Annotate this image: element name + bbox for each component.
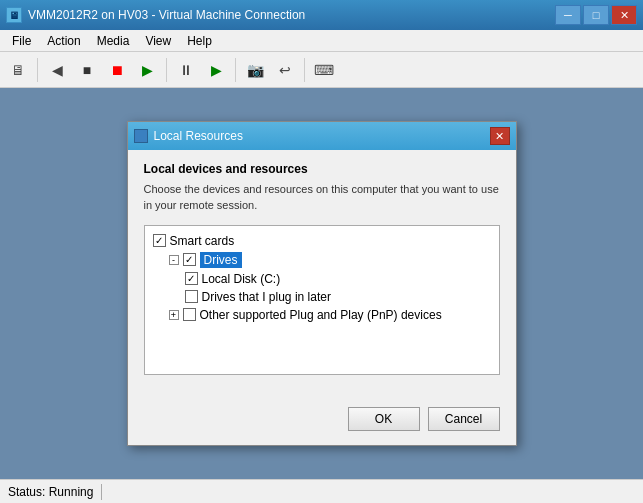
close-button[interactable]: ✕ — [611, 5, 637, 25]
dialog-title: Local Resources — [154, 129, 243, 143]
local-disk-label: Local Disk (C:) — [202, 272, 281, 286]
dialog-footer: OK Cancel — [128, 399, 516, 445]
title-bar-left: 🖥 VMM2012R2 on HV03 - Virtual Machine Co… — [6, 7, 305, 23]
menu-bar: File Action Media View Help — [0, 30, 643, 52]
dialog-title-left: Local Resources — [134, 129, 243, 143]
plug-in-drives-label: Drives that I plug in later — [202, 290, 331, 304]
toolbar: 🖥 ◀ ■ ⏹ ▶ ⏸ ▶ 📷 ↩ ⌨ — [0, 52, 643, 88]
section-title: Local devices and resources — [144, 162, 500, 176]
resources-box: Smart cards - Drives Local Disk (C:) Dri… — [144, 225, 500, 375]
toolbar-resume[interactable]: ▶ — [202, 56, 230, 84]
toolbar-undo[interactable]: ↩ — [271, 56, 299, 84]
toolbar-screenshot[interactable]: 📷 — [241, 56, 269, 84]
vm-window-icon: 🖥 — [6, 7, 22, 23]
toolbar-keyboard[interactable]: ⌨ — [310, 56, 338, 84]
pnp-label: Other supported Plug and Play (PnP) devi… — [200, 308, 442, 322]
toolbar-stop[interactable]: ■ — [73, 56, 101, 84]
pnp-devices-item: + Other supported Plug and Play (PnP) de… — [153, 308, 491, 322]
menu-media[interactable]: Media — [89, 32, 138, 50]
smart-cards-checkbox[interactable] — [153, 234, 166, 247]
title-bar: 🖥 VMM2012R2 on HV03 - Virtual Machine Co… — [0, 0, 643, 30]
toolbar-sep-3 — [235, 58, 236, 82]
drives-item: - Drives — [153, 252, 491, 268]
pnp-checkbox[interactable] — [183, 308, 196, 321]
drives-toggle[interactable]: - — [169, 255, 179, 265]
toolbar-sep-4 — [304, 58, 305, 82]
toolbar-sep-1 — [37, 58, 38, 82]
status-text: Status: Running — [8, 485, 93, 499]
local-disk-checkbox[interactable] — [185, 272, 198, 285]
toolbar-sep-2 — [166, 58, 167, 82]
drives-checkbox[interactable] — [183, 253, 196, 266]
toolbar-vm-icon[interactable]: 🖥 — [4, 56, 32, 84]
dialog-icon — [134, 129, 148, 143]
toolbar-power[interactable]: ⏹ — [103, 56, 131, 84]
dialog-title-bar: Local Resources ✕ — [128, 122, 516, 150]
menu-view[interactable]: View — [137, 32, 179, 50]
pnp-toggle[interactable]: + — [169, 310, 179, 320]
maximize-button[interactable]: □ — [583, 5, 609, 25]
local-disk-item: Local Disk (C:) — [153, 272, 491, 286]
smart-cards-item: Smart cards — [153, 234, 491, 248]
dialog-body: Local devices and resources Choose the d… — [128, 150, 516, 399]
local-resources-dialog: Local Resources ✕ Local devices and reso… — [127, 121, 517, 446]
minimize-button[interactable]: ─ — [555, 5, 581, 25]
status-bar: Status: Running — [0, 479, 643, 503]
cancel-button[interactable]: Cancel — [428, 407, 500, 431]
menu-help[interactable]: Help — [179, 32, 220, 50]
menu-file[interactable]: File — [4, 32, 39, 50]
plug-in-drives-item: Drives that I plug in later — [153, 290, 491, 304]
main-area: Local Resources ✕ Local devices and reso… — [0, 88, 643, 479]
ok-button[interactable]: OK — [348, 407, 420, 431]
dialog-close-button[interactable]: ✕ — [490, 127, 510, 145]
plug-in-drives-checkbox[interactable] — [185, 290, 198, 303]
toolbar-back[interactable]: ◀ — [43, 56, 71, 84]
window-controls: ─ □ ✕ — [555, 5, 637, 25]
status-separator — [101, 484, 102, 500]
toolbar-pause[interactable]: ⏸ — [172, 56, 200, 84]
smart-cards-label: Smart cards — [170, 234, 235, 248]
toolbar-start[interactable]: ▶ — [133, 56, 161, 84]
description-text: Choose the devices and resources on this… — [144, 182, 500, 213]
window-title: VMM2012R2 on HV03 - Virtual Machine Conn… — [28, 8, 305, 22]
menu-action[interactable]: Action — [39, 32, 88, 50]
drives-label[interactable]: Drives — [200, 252, 242, 268]
